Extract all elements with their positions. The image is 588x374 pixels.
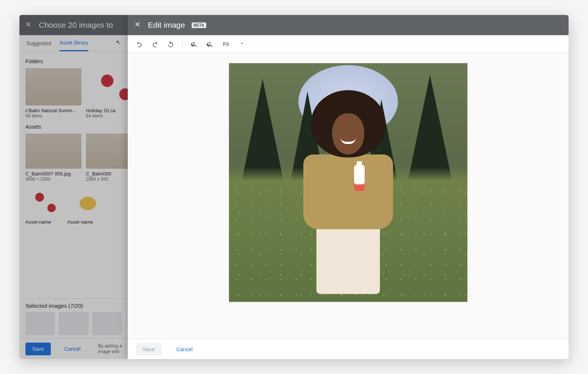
asset-meta: 3000 × 2000 (25, 177, 81, 182)
asset-tile[interactable]: Asset name (67, 187, 105, 225)
folder-name: c'Balm Natural Summ... (25, 108, 81, 113)
picker-cancel-button[interactable]: Cancel (58, 343, 87, 355)
chevron-down-icon (239, 41, 245, 47)
editor-title: Edit image (148, 21, 185, 30)
picker-header: Choose 20 images to (19, 15, 128, 35)
folder-meta: 56 items (25, 113, 81, 119)
asset-tile[interactable]: C_Balm000 2000 x 300 (86, 134, 128, 182)
picker-save-button[interactable]: Save (25, 343, 51, 355)
asset-name: C_Balm000 (86, 171, 128, 177)
asset-name: C_Balm0007 855.jpg (25, 171, 81, 177)
image-editor-panel: Edit image BETA Fit (128, 15, 569, 359)
picker-title: Choose 20 images to (39, 21, 113, 30)
selected-thumbnail[interactable] (59, 312, 88, 335)
asset-tile[interactable]: Asset name (25, 187, 63, 225)
asset-tile[interactable]: C_Balm0007 855.jpg 3000 × 2000 (25, 134, 81, 182)
editor-toolbar: Fit (128, 35, 569, 53)
asset-name: Asset name (25, 219, 63, 225)
assets-label: Assets (25, 124, 122, 130)
selected-thumbnail[interactable] (25, 312, 55, 335)
zoom-out-icon[interactable] (206, 40, 214, 48)
zoom-level-select[interactable]: Fit (222, 41, 246, 47)
redo-icon[interactable] (151, 40, 159, 48)
editor-save-button: Save (136, 343, 161, 356)
picker-footer: Save Cancel By adding a image with (19, 338, 128, 359)
reset-icon[interactable] (167, 40, 175, 48)
close-icon[interactable] (134, 21, 141, 30)
asset-name: Asset name (67, 219, 105, 225)
selected-thumbnail[interactable] (92, 312, 122, 335)
sparkle-icon[interactable] (114, 39, 121, 47)
folders-label: Folders (25, 58, 122, 64)
toolbar-divider (182, 40, 183, 49)
folder-meta: 64 items (86, 113, 128, 119)
editor-canvas[interactable] (229, 63, 468, 302)
canvas-image (229, 63, 467, 302)
picker-footer-hint: By adding a image with (98, 343, 122, 354)
asset-meta: 2000 x 300 (86, 177, 128, 182)
undo-icon[interactable] (135, 40, 143, 48)
app-window: Choose 20 images to Suggested Asset libr… (19, 15, 569, 359)
zoom-level-label: Fit (223, 41, 229, 47)
selected-images-bar: Selected images (7/20) (19, 298, 128, 338)
editor-footer: Save Cancel (128, 339, 569, 359)
picker-body: Folders c'Balm Natural Summ... 56 items … (19, 52, 128, 298)
editor-canvas-area (128, 53, 569, 339)
image-picker-panel: Choose 20 images to Suggested Asset libr… (19, 15, 128, 359)
zoom-in-icon[interactable] (190, 40, 198, 48)
tab-suggested[interactable]: Suggested (26, 35, 51, 51)
picker-tabs: Suggested Asset library (19, 35, 128, 52)
editor-cancel-button[interactable]: Cancel (170, 343, 199, 356)
close-icon[interactable] (25, 21, 32, 30)
folder-name: Holiday 20 ca (86, 108, 128, 113)
editor-header: Edit image BETA (128, 15, 569, 35)
selected-label: Selected images (7/20) (25, 303, 122, 309)
folder-tile[interactable]: Holiday 20 ca 64 items (86, 68, 128, 119)
tab-asset-library[interactable]: Asset library (59, 35, 88, 51)
beta-badge: BETA (192, 22, 206, 28)
folder-tile[interactable]: c'Balm Natural Summ... 56 items (25, 68, 81, 119)
